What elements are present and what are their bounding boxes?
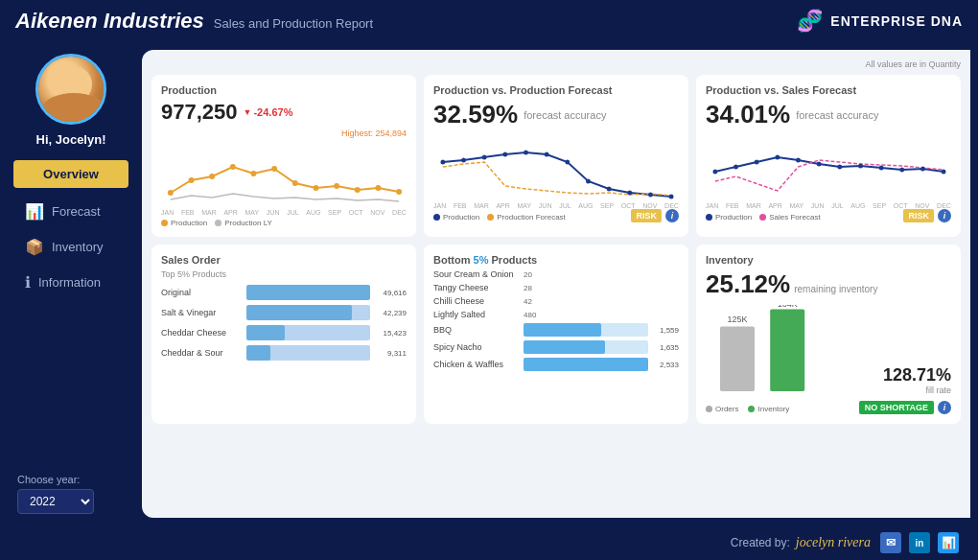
sidebar-item-forecast[interactable]: 📊 Forecast xyxy=(13,196,128,227)
prd-name-bbq: BBQ xyxy=(433,325,520,335)
prd-bar-bbq xyxy=(524,323,648,337)
prd-name-sco: Sour Cream & Onion xyxy=(433,269,520,279)
pvf-footer: Production Production Forecast RISK i xyxy=(433,209,679,222)
production-change: -24.67% xyxy=(244,106,293,118)
psf-pct: 34.01% xyxy=(706,100,790,129)
sales-order-bars: Original 49,616 Salt & Vinegar 42,239 xyxy=(161,285,407,361)
svg-point-11 xyxy=(396,189,402,195)
svg-point-33 xyxy=(899,168,904,173)
email-icon[interactable]: ✉ xyxy=(880,532,901,553)
prd-bar-sn xyxy=(524,340,648,354)
legend-psf-prod: Production xyxy=(706,213,752,222)
report-subtitle: Sales and Production Report xyxy=(214,16,373,31)
svg-point-31 xyxy=(858,164,863,169)
sidebar-item-overview[interactable]: Overview xyxy=(13,160,128,188)
pvf-risk-text: RISK xyxy=(631,209,662,222)
psf-info-icon[interactable]: i xyxy=(938,209,951,222)
svg-point-0 xyxy=(168,190,174,196)
avatar-image xyxy=(38,57,104,122)
prd-name-chilli: Chilli Cheese xyxy=(433,296,520,306)
legend-dot-production xyxy=(161,220,168,226)
svg-point-16 xyxy=(524,151,528,155)
inventory-info-icon[interactable]: i xyxy=(938,401,951,414)
pvf-value: 32.59% forecast accuracy xyxy=(433,100,679,129)
hbar-track-sv xyxy=(246,305,370,320)
svg-point-35 xyxy=(942,170,946,175)
hbar-fill-sv xyxy=(246,305,352,320)
hbar-value-original: 49,616 xyxy=(374,289,407,297)
legend-dot-ly xyxy=(215,220,221,226)
pvf-risk-badge: RISK i xyxy=(631,209,679,222)
psf-chart xyxy=(706,133,951,200)
svg-point-28 xyxy=(796,158,801,163)
inventory-bars: 125K 164K xyxy=(706,305,825,395)
brand-name: Aikenen Industries xyxy=(15,9,204,34)
information-label: Information xyxy=(38,275,101,290)
prd-row-chilli: Chilli Cheese 42 xyxy=(433,296,679,306)
content-area: All values are in Quantity Production 97… xyxy=(142,50,970,518)
bottom-cards-grid: Sales Order Top 5% Products Original 49,… xyxy=(151,245,961,424)
highest-label: Highest: 254,894 xyxy=(161,128,407,138)
svg-point-7 xyxy=(314,185,319,191)
svg-point-27 xyxy=(775,155,780,160)
prd-bar-fill-cw xyxy=(524,358,648,371)
linkedin-icon[interactable]: in xyxy=(909,532,930,553)
legend-psf-sales: Sales Forecast xyxy=(759,213,820,222)
sidebar-item-information[interactable]: ℹ Information xyxy=(13,267,128,298)
hbar-label-cc: Cheddar Cheese xyxy=(161,328,243,338)
svg-point-30 xyxy=(837,165,842,170)
svg-point-13 xyxy=(461,158,466,163)
hbar-row-cc: Cheddar Cheese 15,423 xyxy=(161,325,407,340)
pvf-pct: 32.59% xyxy=(433,100,518,129)
hbar-value-cc: 15,423 xyxy=(374,329,407,338)
fill-rate-label: fill rate xyxy=(832,385,951,395)
psf-value: 34.01% forecast accuracy xyxy=(706,100,951,129)
svg-point-14 xyxy=(482,155,487,160)
prd-val-bbq: 1,559 xyxy=(652,326,679,335)
legend-orders: Orders xyxy=(706,405,738,413)
svg-point-26 xyxy=(755,160,759,165)
inventory-pct-row: 25.12% remaining inventory xyxy=(706,269,951,299)
prd-val-cw: 2,533 xyxy=(652,361,679,369)
chart-icon[interactable]: 📊 xyxy=(938,532,959,553)
psf-pct-sub: forecast accuracy xyxy=(796,109,878,121)
prd-row-ls: Lightly Salted 480 xyxy=(433,310,679,319)
hbar-fill-cc xyxy=(246,325,285,340)
greeting-text: Hi, Jocelyn! xyxy=(36,132,106,147)
prd-row-bbq: BBQ 1,559 xyxy=(433,323,679,337)
psf-footer: Production Sales Forecast RISK i xyxy=(706,209,951,222)
footer: Created by: jocelyn rivera ✉ in 📊 xyxy=(0,525,978,560)
year-select[interactable]: 2022 2021 2020 xyxy=(17,489,94,514)
prd-row-sco: Sour Cream & Onion 20 xyxy=(433,269,679,279)
svg-point-24 xyxy=(712,170,717,175)
svg-point-5 xyxy=(271,166,277,172)
hbar-track-original xyxy=(246,285,370,300)
svg-point-29 xyxy=(817,162,822,167)
svg-point-22 xyxy=(648,193,653,198)
prd-bar-cw xyxy=(524,358,648,371)
no-shortage-row: NO SHORTAGE i xyxy=(859,401,951,414)
hbar-track-cc xyxy=(246,325,370,340)
svg-point-25 xyxy=(734,165,738,170)
production-legend: Production Production LY xyxy=(161,219,407,227)
inventory-bar-chart: 125K 164K xyxy=(706,305,821,391)
forecast-icon: 📊 xyxy=(25,202,44,221)
pvf-info-icon[interactable]: i xyxy=(665,209,679,222)
legend-inventory: Inventory xyxy=(748,405,789,413)
footer-icons: ✉ in 📊 xyxy=(880,532,959,553)
svg-point-4 xyxy=(251,171,257,176)
prd-val-sn: 1,635 xyxy=(652,343,679,352)
sidebar-item-inventory[interactable]: 📦 Inventory xyxy=(13,231,128,263)
enterprise-dna-logo: 🧬 ENTERPRISE DNA xyxy=(797,9,963,34)
inventory-card-title: Inventory xyxy=(706,254,951,266)
pvf-pct-sub: forecast accuracy xyxy=(524,109,606,121)
footer-credit: Created by: xyxy=(731,536,790,549)
svg-point-23 xyxy=(669,195,674,199)
inventory-right: 128.71% fill rate xyxy=(832,362,951,395)
prd-row-cw: Chicken & Waffles 2,533 xyxy=(433,358,679,371)
production-chart xyxy=(161,140,407,207)
sales-order-title: Sales Order xyxy=(161,254,407,266)
psf-risk-badge: RISK i xyxy=(903,209,951,222)
legend-dot-orders xyxy=(706,406,712,412)
psf-line-chart xyxy=(706,133,951,200)
